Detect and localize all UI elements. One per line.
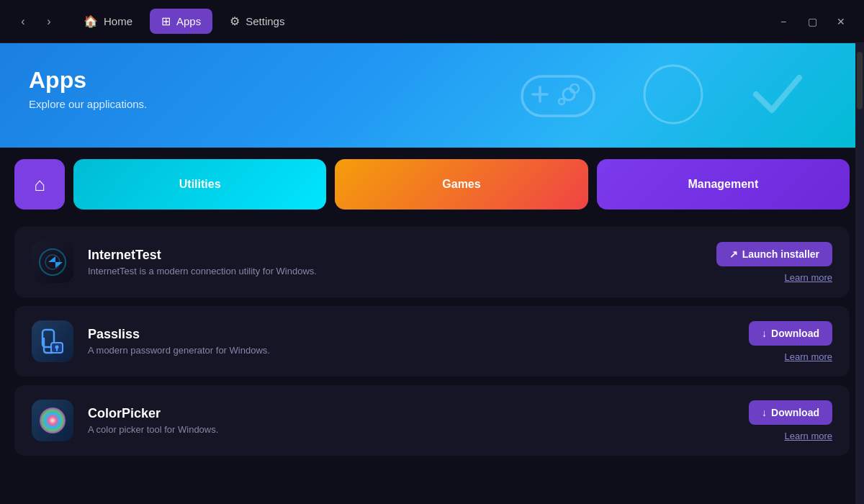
download-icon-2: ↓: [762, 407, 767, 418]
colorpicker-info: ColorPicker A color picker tool for Wind…: [88, 406, 734, 435]
tab-apps-label: Apps: [176, 15, 201, 27]
internettest-name: InternetTest: [88, 248, 702, 263]
categories-bar: ⌂ Utilities Games Management: [0, 148, 864, 221]
passliss-action-label: Download: [771, 328, 819, 339]
internettest-icon: [32, 241, 73, 283]
internettest-launch-button[interactable]: ↗ Launch installer: [716, 242, 832, 266]
maximize-button[interactable]: ▢: [801, 10, 824, 33]
category-management-button[interactable]: Management: [597, 159, 850, 210]
svg-point-6: [644, 66, 702, 123]
tab-home[interactable]: 🏠 Home: [72, 9, 144, 34]
deco-circle-icon: [641, 62, 706, 130]
nav-controls: ‹ ›: [12, 10, 60, 33]
colorpicker-learn-label: Learn more: [785, 431, 832, 441]
passliss-learn-more-button[interactable]: Learn more: [785, 351, 832, 362]
home-category-icon: ⌂: [34, 174, 45, 196]
hero-decoration: [518, 43, 864, 148]
svg-point-5: [559, 99, 564, 104]
colorpicker-icon: [32, 400, 73, 441]
passliss-desc: A modern password generator for Windows.: [88, 345, 734, 356]
colorpicker-name: ColorPicker: [88, 406, 734, 421]
deco-checkmark-icon: [749, 62, 806, 130]
passliss-actions: ↓ Download Learn more: [749, 321, 832, 362]
internettest-info: InternetTest InternetTest is a modern co…: [88, 248, 702, 276]
settings-icon: ⚙: [230, 14, 240, 28]
passliss-icon: [32, 320, 73, 362]
passliss-name: Passliss: [88, 327, 734, 342]
colorpicker-actions: ↓ Download Learn more: [749, 400, 832, 441]
app-list: InternetTest InternetTest is a modern co…: [0, 221, 864, 462]
svg-point-13: [40, 408, 66, 433]
window-controls: − ▢ ✕: [772, 10, 852, 33]
internettest-actions: ↗ Launch installer Learn more: [716, 242, 832, 283]
tab-apps[interactable]: ⊞ Apps: [150, 9, 212, 34]
forward-button[interactable]: ›: [37, 10, 60, 33]
download-icon: ↓: [762, 328, 767, 339]
category-home-button[interactable]: ⌂: [14, 159, 65, 210]
scrollbar-thumb[interactable]: [857, 52, 863, 109]
back-button[interactable]: ‹: [12, 10, 35, 33]
passliss-download-button[interactable]: ↓ Download: [749, 321, 832, 346]
passliss-learn-label: Learn more: [785, 351, 832, 362]
svg-point-1: [563, 89, 575, 100]
internettest-action-label: Launch installer: [742, 248, 819, 260]
colorpicker-action-label: Download: [771, 407, 819, 418]
external-link-icon: ↗: [729, 248, 738, 260]
close-button[interactable]: ✕: [829, 10, 852, 33]
deco-gamepad-icon: [518, 62, 598, 130]
tab-settings-label: Settings: [246, 15, 284, 27]
app-card-passliss: Passliss A modern password generator for…: [14, 306, 850, 377]
tab-settings[interactable]: ⚙ Settings: [218, 9, 296, 34]
internettest-learn-label: Learn more: [785, 272, 832, 283]
app-card-internettest: InternetTest InternetTest is a modern co…: [14, 227, 850, 297]
management-label: Management: [688, 178, 758, 191]
passliss-info: Passliss A modern password generator for…: [88, 327, 734, 356]
category-utilities-button[interactable]: Utilities: [73, 159, 326, 210]
home-icon: 🏠: [84, 14, 98, 28]
colorpicker-download-button[interactable]: ↓ Download: [749, 400, 832, 425]
titlebar: ‹ › 🏠 Home ⊞ Apps ⚙ Settings − ▢ ✕: [0, 0, 864, 43]
svg-rect-0: [522, 76, 594, 116]
colorpicker-learn-more-button[interactable]: Learn more: [785, 431, 832, 441]
apps-icon: ⊞: [161, 14, 171, 28]
utilities-label: Utilities: [179, 178, 221, 191]
games-label: Games: [442, 178, 480, 191]
app-card-colorpicker: ColorPicker A color picker tool for Wind…: [14, 385, 850, 456]
internettest-desc: InternetTest is a modern connection util…: [88, 266, 702, 276]
scrollbar-track[interactable]: [855, 43, 864, 504]
minimize-button[interactable]: −: [772, 10, 795, 33]
hero-banner: Apps Explore our applications.: [0, 43, 864, 148]
internettest-learn-more-button[interactable]: Learn more: [785, 272, 832, 283]
tab-home-label: Home: [104, 15, 132, 27]
category-games-button[interactable]: Games: [335, 159, 588, 210]
colorpicker-desc: A color picker tool for Windows.: [88, 424, 734, 435]
